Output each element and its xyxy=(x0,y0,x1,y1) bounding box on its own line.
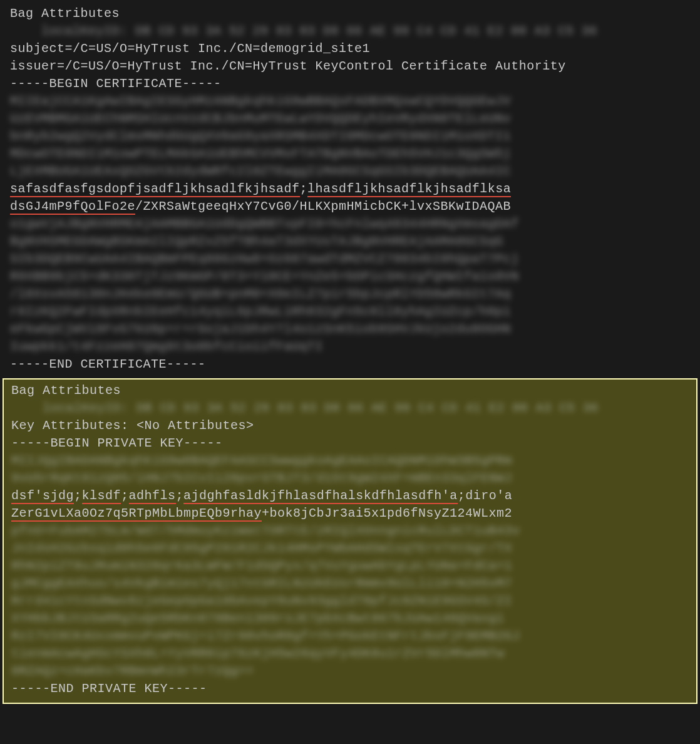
cert-body-line: Iuwpkk1/t4FzzeH87Qmg9t3o0bfcCioiifFaUqTI xyxy=(10,338,690,356)
key-body-line: XYHbbJBJtU3aRRg2uQe5RbKn078Ben1309roJE7p… xyxy=(11,610,689,628)
redacted-text: klsdf xyxy=(82,488,121,504)
key-end: -----END PRIVATE KEY----- xyxy=(11,680,689,698)
cert-body-line: bnRyb2wgQ2VydClmsMNhdGUgQXV0aG9yaXRSMB4X… xyxy=(10,128,690,145)
cert-body-line: SIb3DQEB9CwUAA4IBAQBmFPEq886zHw8+Oz607aw… xyxy=(10,251,690,268)
cert-begin: -----BEGIN CERTIFICATE----- xyxy=(10,75,690,93)
separator: ; xyxy=(176,488,184,503)
private-key-block: Bag Attributes localKeyID: DB CD 93 3A 5… xyxy=(3,378,697,704)
redacted-text: adhfls xyxy=(129,488,176,504)
redacted-text: safasdfasfgsdopfjsadfljkhsadlfkjhsadf xyxy=(10,182,300,197)
local-key-id-value: DB CD 93 3A 52 29 83 03 D0 66 AE 99 C4 C… xyxy=(135,23,597,40)
cert-body-line: R9XBB9bjC5+dK330TjTJz9KmGP/0T3+Y10CE+YnZ… xyxy=(10,268,690,286)
bag-attributes-header: Bag Attributes xyxy=(11,382,689,400)
cert-subject: subject=/C=US/O=HyTrust Inc./CN=demogrid… xyxy=(10,40,690,58)
local-key-id-line: localKeyID: DB CD 93 3A 52 29 83 03 D0 6… xyxy=(10,23,690,40)
separator: ; xyxy=(74,488,82,503)
key-body-line: MIIJQgIBADANBgkqhkiG9w0BAQEFAASCCSwwggko… xyxy=(11,452,689,470)
local-key-id-value: DB CD 93 3A 52 29 83 03 D0 66 AE 99 C4 C… xyxy=(136,400,599,417)
key-body-line: gJMCggEAXhuo/s4VkgBim1es7yQj17ntGRILNzUk… xyxy=(11,575,689,592)
redacted-text: dsf'sjdg xyxy=(11,488,74,504)
cert-end: -----END CERTIFICATE----- xyxy=(10,356,690,373)
bag-attributes-header: Bag Attributes xyxy=(10,5,690,23)
cert-redacted-row-2: dsGJ4mP9fQolFo2e/ZXRSaWtgeeqHxY7CvG0/HLK… xyxy=(10,198,690,215)
local-key-id-label: localKeyID: xyxy=(41,23,128,40)
cert-body-line: o1gwVjAJBgNVHRMEAjAAMBBGA1UdDgQWBBTxpFI0… xyxy=(10,215,690,233)
cert-body-line: MIIEajCCA1KgAwIBAgIESGyHMzANBgkqhkiG9wBB… xyxy=(10,93,690,110)
key-redacted-row-2: ZerG1vLXa0Oz7q5RTpMbLbmpEQb9rhay+bok8jCb… xyxy=(11,505,689,522)
key-body-line: tienmAcwAgHScYSXh0L+YyVRR0ip76zKjH5w26qy… xyxy=(11,645,689,663)
redacted-text: dsGJ4mP9fQolFo2e xyxy=(10,199,135,215)
key-body-line: pfnO+FubAM27bLm/Wd7/hMdmuyKziWatTORTtE/z… xyxy=(11,522,689,540)
key-redacted-row-1: dsf'sjdg;klsdf;adhfls;ajdghfasldkjfhlasd… xyxy=(11,487,689,505)
cert-body-line: eFkwGpCjWVi8FvG7kU9p+r+rGojaJ1bh4Y7l4o1z… xyxy=(10,321,690,338)
cert-body-line: LjEXMBUGA1UEAxQOZGVtb2dydWRfc2l0ZTEwggIi… xyxy=(10,163,690,180)
cert-body-line: r6IzKQ2FwFIdpXRnbIEeHfc14yqiL6pJRwL1Rh83… xyxy=(10,303,690,321)
key-body-line: JnIdsH2Gzbsqid0h5e6FdC95gP291R2CJk14HMsP… xyxy=(11,540,689,557)
key-body-line: RhN2piZT8uJRumiN320qrKa3LWFW/F1dSQPyx/q7… xyxy=(11,557,689,575)
cert-body-line: BgNVHSMEGDAWgBSKmA2lIQpRZxZ5fTBh4aT3dXYU… xyxy=(10,233,690,251)
key-body-line: Rrrd41cYtnSdNwv8zjeGepOpGa18bAvepY0uNx93… xyxy=(11,592,689,610)
redacted-text: lhasdfljkhsadflkjhsadflksa xyxy=(307,182,511,197)
certificate-block: Bag Attributes localKeyID: DB CD 93 3A 5… xyxy=(0,0,700,376)
key-body-line: 9vU5rRqKt81zQ05/iHNJ7bICvIi20pvrGTBJT3/d… xyxy=(11,470,689,487)
cert-body-line: UzEVMBMGA1UEChNMSHlUcnVzdCBJbnMuMTEwLwYD… xyxy=(10,110,690,128)
key-attributes: Key Attributes: <No Attributes> xyxy=(11,417,689,435)
cert-redacted-row-1: safasdfasfgsdopfjsadfljkhsadlfkjhsadf;lh… xyxy=(10,180,690,198)
key-body-line: 0RZAQz+cHaKbv7RBmnWh23rTr7zQg== xyxy=(11,663,689,680)
cert-body-line: MDcwOTE0NDI1M1owPTELMAkGA1UEBhMCVVMxFTAT… xyxy=(10,145,690,163)
key-body-line: RzI7VI0CK4UxxmmvuPvWPKGj+i7Zr60vhoR8gf+Y… xyxy=(11,628,689,645)
key-begin: -----BEGIN PRIVATE KEY----- xyxy=(11,435,689,452)
cert-clear-text: /ZXRSaWtgeeqHxY7CvG0/HLKXpmHMicbCK+lvxSB… xyxy=(135,199,511,214)
after-redacted: ;diro'a xyxy=(458,488,513,503)
local-key-id-label: localKeyID: xyxy=(43,400,129,417)
redacted-text: ajdghfasldkjfhlasdfhalskdfhlasdfh'a xyxy=(183,488,458,504)
key-clear-text: +bok8jCbJr3ai5x1pd6fNsyZ124WLxm2 xyxy=(262,506,512,520)
separator: ; xyxy=(300,182,308,196)
cert-body-line: /l8XsvA58130nJH4ke0EmU/QGUB+pnM0+X0eILZ7… xyxy=(10,286,690,303)
cert-issuer: issuer=/C=US/O=HyTrust Inc./CN=HyTrust K… xyxy=(10,58,690,75)
redacted-text: ZerG1vLXa0Oz7q5RTpMbLbmpEQb9rhay xyxy=(11,506,262,522)
local-key-id-line: localKeyID: DB CD 93 3A 52 29 83 03 D0 6… xyxy=(11,400,689,417)
separator: ; xyxy=(121,488,129,503)
